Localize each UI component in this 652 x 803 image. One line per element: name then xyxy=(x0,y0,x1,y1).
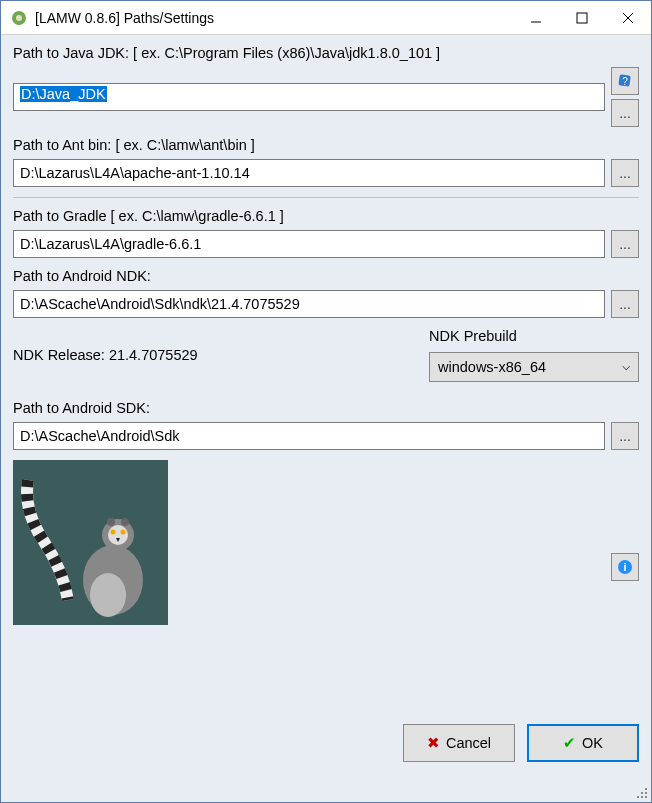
svg-point-13 xyxy=(111,530,116,535)
gradle-label: Path to Gradle [ ex. C:\lamw\gradle-6.6.… xyxy=(13,208,639,224)
divider xyxy=(13,197,639,198)
resize-grip[interactable] xyxy=(633,784,647,798)
window-title: [LAMW 0.8.6] Paths/Settings xyxy=(35,10,513,26)
help-button[interactable]: ? xyxy=(611,67,639,95)
svg-point-10 xyxy=(90,573,126,617)
ok-icon: ✔ xyxy=(563,734,576,752)
maximize-button[interactable] xyxy=(559,2,605,34)
svg-rect-3 xyxy=(577,13,587,23)
ndk-browse-button[interactable]: ... xyxy=(611,290,639,318)
sdk-browse-button[interactable]: ... xyxy=(611,422,639,450)
ant-label: Path to Ant bin: [ ex. C:\lamw\ant\bin ] xyxy=(13,137,639,153)
svg-point-14 xyxy=(121,530,126,535)
gradle-input[interactable] xyxy=(13,230,605,258)
app-icon xyxy=(9,8,29,28)
svg-text:?: ? xyxy=(622,76,628,87)
sdk-input[interactable] xyxy=(13,422,605,450)
svg-text:i: i xyxy=(623,561,626,573)
lemur-image xyxy=(13,460,168,625)
info-button[interactable]: i xyxy=(611,553,639,581)
svg-point-1 xyxy=(16,15,22,21)
dialog-window: [LAMW 0.8.6] Paths/Settings Path to Java… xyxy=(0,0,652,803)
close-button[interactable] xyxy=(605,2,651,34)
ant-browse-button[interactable]: ... xyxy=(611,159,639,187)
jdk-input[interactable]: D:\Java_JDK xyxy=(13,83,605,111)
svg-point-15 xyxy=(107,518,115,526)
svg-point-16 xyxy=(121,518,129,526)
gradle-browse-button[interactable]: ... xyxy=(611,230,639,258)
minimize-button[interactable] xyxy=(513,2,559,34)
titlebar: [LAMW 0.8.6] Paths/Settings xyxy=(1,1,651,35)
ant-input[interactable] xyxy=(13,159,605,187)
ndk-label: Path to Android NDK: xyxy=(13,268,639,284)
cancel-button[interactable]: ✖ Cancel xyxy=(403,724,515,762)
content-area: Path to Java JDK: [ ex. C:\Program Files… xyxy=(1,35,651,802)
ndk-prebuild-select[interactable]: windows-x86_64 xyxy=(429,352,639,382)
sdk-label: Path to Android SDK: xyxy=(13,400,639,416)
ndk-release-label: NDK Release: 21.4.7075529 xyxy=(13,347,429,363)
jdk-browse-button[interactable]: ... xyxy=(611,99,639,127)
ndk-prebuild-label: NDK Prebuild xyxy=(429,328,517,344)
ndk-input[interactable] xyxy=(13,290,605,318)
ok-button[interactable]: ✔ OK xyxy=(527,724,639,762)
jdk-label: Path to Java JDK: [ ex. C:\Program Files… xyxy=(13,45,639,61)
cancel-icon: ✖ xyxy=(427,734,440,752)
